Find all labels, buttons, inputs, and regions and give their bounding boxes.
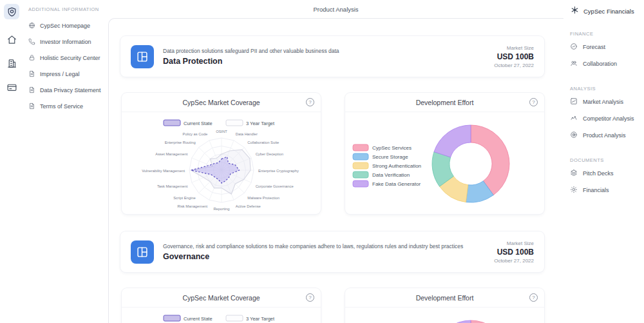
sidebar-item-label: Financials (583, 187, 609, 193)
market-size-block: Market SizeUSD 100BOctober 27, 2022 (494, 45, 534, 68)
financials-icon (570, 184, 578, 196)
nav-item-terms-of-service[interactable]: Terms of Service (28, 98, 108, 114)
product-title: Governance (163, 252, 494, 261)
sidebar-item-label: Pitch Decks (583, 170, 614, 177)
svg-text:Active Defense: Active Defense (236, 204, 261, 208)
chart-title: CypSec Market Coverage (182, 99, 260, 106)
svg-text:3 Year Target: 3 Year Target (246, 121, 275, 126)
organization-icon[interactable] (4, 55, 19, 71)
svg-text:Reporting: Reporting (213, 207, 229, 211)
radar-chart: Current State3 Year TargetOSINTData Hand… (122, 112, 321, 214)
pitch-decks-icon (570, 168, 578, 179)
chart-card-development-effort: Development Effort?CypSec ServicesSecure… (345, 93, 544, 214)
pie-slice (471, 320, 509, 323)
pie-slice (434, 320, 471, 323)
nav-item-label: Holistic Security Center (40, 55, 100, 61)
left-nav-section-label: ADDITIONAL INFORMATION (28, 6, 108, 12)
document-icon (28, 68, 35, 80)
pie-slice (434, 125, 471, 157)
product-card-data-protection: Data protection solutions safeguard PII … (120, 36, 544, 77)
cypsec-logo-icon[interactable] (4, 4, 19, 19)
nav-item-investor-information[interactable]: Investor Information (28, 34, 108, 50)
nav-item-data-privacy-statement[interactable]: Data Privacy Statement (28, 82, 108, 98)
sidebar-item-financials[interactable]: Financials (569, 182, 644, 199)
sidebar-item-pitch-decks[interactable]: Pitch Decks (569, 165, 644, 182)
nav-item-label: Investor Information (40, 39, 91, 45)
nav-item-label: CypSec Homepage (40, 23, 90, 29)
phone-icon (28, 36, 35, 48)
svg-text:Script Engine: Script Engine (173, 196, 195, 200)
nav-item-impress-legal[interactable]: Impress / Legal (28, 66, 108, 82)
chart-card-development-effort: Development Effort?CypSec ServicesSecure… (345, 288, 544, 323)
svg-text:Vulnerability Management: Vulnerability Management (142, 169, 185, 173)
svg-text:Corporate Governance: Corporate Governance (256, 184, 294, 188)
home-icon[interactable] (4, 32, 19, 47)
donut-chart: CypSec ServicesSecure StorageStrong Auth… (345, 112, 544, 214)
donut-chart: CypSec ServicesSecure StorageStrong Auth… (345, 308, 544, 323)
page-header: Product Analysis (108, 0, 564, 18)
help-icon[interactable]: ? (306, 293, 314, 302)
billing-icon[interactable] (4, 79, 19, 95)
collaboration-icon (570, 58, 578, 70)
nav-item-holistic-security-center[interactable]: Holistic Security Center (28, 50, 108, 66)
globe-icon (28, 20, 35, 32)
document-icon (28, 101, 35, 112)
product-text: Data protection solutions safeguard PII … (163, 48, 494, 66)
svg-text:3 Year Target: 3 Year Target (246, 316, 275, 322)
help-icon[interactable]: ? (306, 98, 314, 106)
svg-text:Task Management: Task Management (157, 184, 188, 188)
chart-card-cypsec-market-coverage: CypSec Market Coverage?Current State3 Ye… (122, 288, 321, 323)
nav-item-cypsec-homepage[interactable]: CypSec Homepage (28, 17, 108, 34)
product-grid-icon (131, 240, 154, 264)
svg-text:CypSec Services: CypSec Services (372, 145, 412, 151)
svg-text:Fake Data Generator: Fake Data Generator (372, 181, 421, 187)
financials-logo-icon (570, 5, 580, 17)
svg-text:Data Verification: Data Verification (372, 172, 410, 178)
sidebar-item-label: Product Analysis (583, 132, 626, 139)
main-panel: Data protection solutions safeguard PII … (108, 18, 564, 323)
svg-text:Enterprise Routing: Enterprise Routing (165, 141, 196, 144)
radar-chart: Current State3 Year TargetOSINTData Hand… (122, 308, 321, 323)
sidebar-item-collaboration[interactable]: Collaboration (569, 55, 644, 72)
app-window: ADDITIONAL INFORMATION CypSec HomepageIn… (0, 0, 644, 323)
help-icon[interactable]: ? (529, 293, 538, 302)
market-size-label: Market Size (494, 240, 534, 246)
svg-text:Data Handler: Data Handler (236, 132, 258, 136)
sidebar-item-label: Market Analysis (583, 99, 623, 105)
sidebar-item-label: Forecast (583, 44, 605, 50)
brand-label: CypSec Financials (583, 8, 634, 15)
svg-text:OSINT: OSINT (216, 130, 227, 133)
svg-text:Malware Protection: Malware Protection (247, 196, 279, 200)
chart-header: Development Effort? (345, 288, 544, 308)
competitor-analysis-icon (570, 113, 578, 124)
sidebar-item-market-analysis[interactable]: Market Analysis (569, 93, 644, 110)
charts-row: CypSec Market Coverage?Current State3 Ye… (122, 288, 544, 323)
market-size-date: October 27, 2022 (494, 63, 534, 68)
svg-text:Current State: Current State (184, 316, 213, 322)
svg-text:Risk Management: Risk Management (177, 204, 207, 208)
radar-legend: Current State3 Year Target (164, 120, 275, 126)
nav-item-label: Impress / Legal (40, 71, 80, 77)
brand-row[interactable]: CypSec Financials (569, 5, 644, 17)
chart-title: Development Effort (416, 99, 474, 106)
sidebar-item-product-analysis[interactable]: Product Analysis (569, 127, 644, 144)
chart-card-cypsec-market-coverage: CypSec Market Coverage?Current State3 Ye… (122, 93, 321, 214)
chart-header: Development Effort? (345, 93, 544, 112)
svg-text:Collaboration Suite: Collaboration Suite (247, 141, 279, 144)
svg-text:Enterprise Cryptography: Enterprise Cryptography (258, 169, 299, 173)
chart-header: CypSec Market Coverage? (122, 93, 321, 112)
sidebar-item-competitor-analysis[interactable]: Competitor Analysis (569, 110, 644, 127)
market-size-date: October 27, 2022 (494, 258, 534, 264)
product-description: Governance, risk and compliance solution… (163, 243, 494, 250)
icon-rail (0, 0, 23, 323)
market-size-label: Market Size (494, 45, 534, 51)
radar-legend: Current State3 Year Target (164, 315, 275, 322)
right-sidebar: CypSec Financials FINANCEForecastCollabo… (564, 0, 644, 323)
svg-text:Cyber Deception: Cyber Deception (256, 152, 283, 156)
market-analysis-icon (570, 96, 578, 108)
help-icon[interactable]: ? (529, 98, 538, 106)
sidebar-item-label: Competitor Analysis (583, 115, 634, 122)
svg-text:Secure Storage: Secure Storage (372, 154, 408, 160)
sidebar-item-forecast[interactable]: Forecast (569, 39, 644, 55)
market-size-block: Market SizeUSD 100BOctober 27, 2022 (494, 240, 534, 264)
